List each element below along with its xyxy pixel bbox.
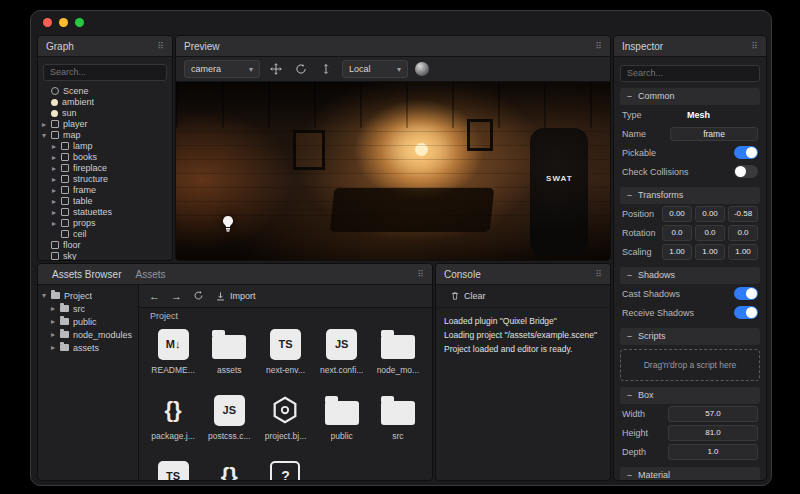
folder-public[interactable]: public xyxy=(318,392,366,448)
graph-node-ceil[interactable]: ceil xyxy=(42,229,168,240)
scale-tool-button[interactable] xyxy=(317,61,335,77)
cast-shadows-toggle[interactable] xyxy=(734,287,758,300)
rotate-tool-button[interactable] xyxy=(292,61,310,77)
graph-node-books[interactable]: books xyxy=(42,152,168,163)
position-z-field[interactable]: -0.58 xyxy=(728,206,758,222)
chevron-right-icon[interactable] xyxy=(51,342,60,353)
environment-sphere-icon[interactable] xyxy=(415,62,429,76)
section-material-header[interactable]: –Material xyxy=(620,467,760,481)
refresh-button[interactable] xyxy=(193,290,204,303)
section-common-header[interactable]: –Common xyxy=(620,88,760,105)
file-unknown[interactable]: ? xyxy=(261,458,309,480)
breadcrumb[interactable]: Project xyxy=(139,308,432,323)
chevron-right-icon[interactable] xyxy=(52,207,61,218)
chevron-right-icon[interactable] xyxy=(52,174,61,185)
drag-handle-icon[interactable]: ⠿ xyxy=(417,269,424,279)
file-typescript[interactable]: TS xyxy=(149,458,197,480)
section-scripts-header[interactable]: –Scripts xyxy=(620,328,760,345)
graph-node-lamp[interactable]: lamp xyxy=(42,141,168,152)
rotation-x-field[interactable]: 0.0 xyxy=(662,225,692,241)
check-collisions-toggle[interactable] xyxy=(734,165,758,178)
assets-tree-node-modules[interactable]: node_modules xyxy=(42,328,134,341)
import-button[interactable]: Import xyxy=(215,291,256,302)
chevron-right-icon[interactable] xyxy=(51,303,60,314)
chevron-down-icon[interactable] xyxy=(42,130,51,141)
drag-handle-icon[interactable]: ⠿ xyxy=(751,41,758,51)
graph-node-props[interactable]: props xyxy=(42,218,168,229)
graph-node-fireplace[interactable]: fireplace xyxy=(42,163,168,174)
chevron-right-icon[interactable] xyxy=(52,218,61,229)
pickable-toggle[interactable] xyxy=(734,146,758,159)
graph-node-ambient[interactable]: ambient xyxy=(42,97,168,108)
tab-assets-browser[interactable]: Assets Browser xyxy=(46,267,127,282)
folder-src[interactable]: src xyxy=(374,392,422,448)
chevron-right-icon[interactable] xyxy=(51,329,60,340)
file-next-config[interactable]: JSnext.confi... xyxy=(318,326,366,382)
name-field[interactable] xyxy=(670,127,758,141)
chevron-down-icon[interactable] xyxy=(42,290,51,301)
graph-node-scene[interactable]: Scene xyxy=(42,86,168,97)
rotation-z-field[interactable]: 0.0 xyxy=(728,225,758,241)
graph-node-sun[interactable]: sun xyxy=(42,108,168,119)
minimize-button[interactable] xyxy=(59,18,68,27)
chevron-right-icon[interactable] xyxy=(52,141,61,152)
graph-node-player[interactable]: player xyxy=(42,119,168,130)
section-box-header[interactable]: –Box xyxy=(620,387,760,404)
chevron-right-icon[interactable] xyxy=(52,196,61,207)
section-shadows-header[interactable]: –Shadows xyxy=(620,267,760,284)
file-next-env[interactable]: TSnext-env... xyxy=(261,326,309,382)
graph-node-statuettes[interactable]: statuettes xyxy=(42,207,168,218)
chevron-right-icon[interactable] xyxy=(42,119,51,130)
assets-tree-public[interactable]: public xyxy=(42,315,134,328)
close-button[interactable] xyxy=(43,18,52,27)
assets-tree-project[interactable]: Project xyxy=(42,289,134,302)
section-transforms-header[interactable]: –Transforms xyxy=(620,187,760,204)
chevron-right-icon[interactable] xyxy=(51,316,60,327)
folder-assets[interactable]: assets xyxy=(205,326,253,382)
graph-node-structure[interactable]: structure xyxy=(42,174,168,185)
graph-node-frame[interactable]: frame xyxy=(42,185,168,196)
file-json[interactable]: {} xyxy=(205,458,253,480)
scaling-y-field[interactable]: 1.00 xyxy=(695,244,725,260)
assets-tree-src[interactable]: src xyxy=(42,302,134,315)
chevron-right-icon[interactable] xyxy=(52,152,61,163)
viewport-canvas[interactable]: SWAT xyxy=(176,82,610,260)
depth-field[interactable]: 1.0 xyxy=(668,444,758,460)
tab-assets[interactable]: Assets xyxy=(129,267,171,282)
light-gizmo-icon[interactable] xyxy=(215,211,241,237)
chevron-right-icon[interactable] xyxy=(52,185,61,196)
position-y-field[interactable]: 0.00 xyxy=(695,206,725,222)
scaling-x-field[interactable]: 1.00 xyxy=(662,244,692,260)
camera-select[interactable]: camera ▾ xyxy=(184,60,260,78)
scaling-z-field[interactable]: 1.00 xyxy=(728,244,758,260)
position-x-field[interactable]: 0.00 xyxy=(662,206,692,222)
move-tool-button[interactable] xyxy=(267,61,285,77)
assets-tree-assets[interactable]: assets xyxy=(42,341,134,354)
height-field[interactable]: 81.0 xyxy=(668,425,758,441)
graph-node-map[interactable]: map xyxy=(42,130,168,141)
file-readme[interactable]: M↓README... xyxy=(149,326,197,382)
drag-handle-icon[interactable]: ⠿ xyxy=(157,41,164,51)
graph-node-sky[interactable]: sky xyxy=(42,251,168,262)
script-dropzone[interactable]: Drag'n'drop a script here xyxy=(620,349,760,381)
graph-node-floor[interactable]: floor xyxy=(42,240,168,251)
clear-button[interactable]: Clear xyxy=(444,289,492,303)
forward-button[interactable]: → xyxy=(171,291,182,302)
graph-search-input[interactable] xyxy=(43,64,167,81)
width-field[interactable]: 57.0 xyxy=(668,406,758,422)
receive-shadows-toggle[interactable] xyxy=(734,306,758,319)
rotation-y-field[interactable]: 0.0 xyxy=(695,225,725,241)
file-postcss-config[interactable]: JSpostcss.c... xyxy=(205,392,253,448)
file-label: next-env... xyxy=(266,365,305,375)
graph-node-table[interactable]: table xyxy=(42,196,168,207)
inspector-search-input[interactable] xyxy=(620,65,760,82)
drag-handle-icon[interactable]: ⠿ xyxy=(595,269,602,279)
drag-handle-icon[interactable]: ⠿ xyxy=(595,41,602,51)
file-package-json[interactable]: {}package.j... xyxy=(149,392,197,448)
transform-space-select[interactable]: Local ▾ xyxy=(342,60,408,78)
back-button[interactable]: ← xyxy=(149,291,160,302)
chevron-right-icon[interactable] xyxy=(52,163,61,174)
maximize-button[interactable] xyxy=(75,18,84,27)
file-project-scene[interactable]: project.bj... xyxy=(261,392,309,448)
folder-node-modules[interactable]: node_mo... xyxy=(374,326,422,382)
